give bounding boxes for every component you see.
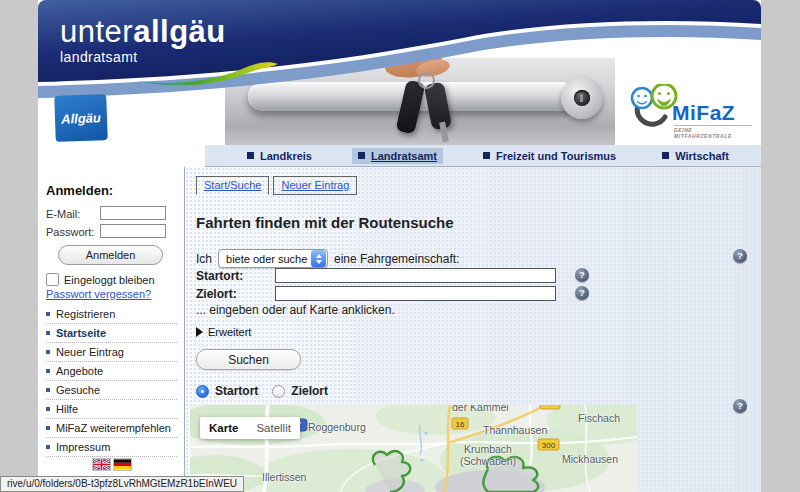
nav-bullet-icon (483, 152, 490, 159)
radio-startort[interactable] (196, 385, 209, 398)
door-lock (561, 77, 603, 119)
map-label-mickhausen: Mickhausen (562, 453, 618, 465)
map-label-thannhausen: Thannhausen (483, 424, 547, 436)
nav-item-landkreis[interactable]: Landkreis (241, 148, 318, 164)
nav-item-landratsamt[interactable]: Landratsamt (352, 148, 443, 164)
sidebar-item-hilfe[interactable]: Hilfe (46, 399, 177, 418)
help-icon-map[interactable]: ? (733, 399, 747, 413)
help-icon-search[interactable]: ? (733, 249, 747, 263)
sidebar-menu: Registrieren Startseite Neuer Eintrag An… (46, 305, 177, 457)
advanced-toggle[interactable]: Erweitert (196, 326, 251, 338)
bullet-icon (46, 426, 50, 430)
sidebar-item-angebote[interactable]: Angebote (46, 361, 177, 380)
bullet-icon (46, 350, 50, 354)
mode-row: Ich biete oder suche eine Fahrgemeinscha… (196, 249, 459, 268)
radio-zielort-label: Zielort (291, 384, 328, 398)
bullet-icon (46, 407, 50, 411)
stay-logged-in-label: Eingeloggt bleiben (64, 274, 155, 286)
expand-arrow-icon (196, 327, 203, 337)
sidebar-item-registrieren[interactable]: Registrieren (46, 305, 177, 323)
mifaz-name: MiFaZ (672, 101, 735, 125)
map-type-karte-button[interactable]: Karte (200, 417, 247, 439)
sidebar-item-startseite[interactable]: Startseite (46, 323, 177, 342)
map-label-kammel: der Kammel (452, 405, 509, 413)
select-arrows-icon (311, 250, 326, 267)
bullet-icon (46, 312, 50, 316)
svg-text:300: 300 (542, 441, 556, 450)
nav-bullet-icon (358, 152, 365, 159)
site-header: unterallgäu landratsamt Allgäu (38, 0, 761, 167)
help-icon-start[interactable]: ? (575, 268, 589, 282)
map-type-satellit-button[interactable]: Satellit (247, 417, 300, 439)
mode-select-value: biete oder suche (226, 253, 307, 265)
main-content: Start/Suche Neuer Eintrag Fahrten finden… (185, 167, 761, 492)
mifaz-tagline: DEINE MITFAHRZENTRALE (674, 125, 752, 139)
dest-label: Zielort: (196, 287, 237, 301)
login-heading: Anmelden: (46, 183, 113, 198)
dest-input[interactable] (275, 286, 556, 301)
status-tooltip: rive/u/0/folders/0B-t3pfz8LvRhMGtEMzR1bE… (0, 476, 244, 492)
sidebar: Anmelden: E-Mail: Passwort: Anmelden Ein… (38, 167, 185, 492)
svg-text:16: 16 (456, 420, 465, 429)
start-input[interactable] (275, 268, 556, 283)
content-tabs: Start/Suche Neuer Eintrag (196, 176, 357, 195)
page-title: Fahrten finden mit der Routensuche (196, 214, 454, 231)
page-background: { "brand": { "title1": "unter", "title2"… (0, 0, 800, 492)
bullet-icon (46, 331, 50, 335)
radio-zielort[interactable] (272, 385, 285, 398)
email-label: E-Mail: (46, 208, 80, 220)
map-label-krumbach: Krumbach (Schwaben) (452, 444, 524, 467)
uk-flag-icon[interactable] (93, 459, 110, 470)
bullet-icon (46, 388, 50, 392)
sidebar-item-neuer-eintrag[interactable]: Neuer Eintrag (46, 342, 177, 361)
brand-title: unterallgäu (60, 16, 226, 47)
map[interactable]: 7 16 300 der Kammel Roggenburg Thannhaus… (190, 405, 637, 492)
map-label-illertissen: Illertissen (262, 471, 306, 483)
main-nav: Landkreis Landratsamt Freizeit und Touri… (205, 145, 761, 167)
nav-item-wirtschaft[interactable]: Wirtschaft (656, 148, 735, 164)
tab-start-suche[interactable]: Start/Suche (196, 176, 269, 195)
road-badge-16: 16 (452, 418, 468, 429)
stay-logged-in-checkbox[interactable] (46, 273, 59, 286)
brand-swoosh-icon (134, 58, 284, 86)
allgau-badge: Allgäu (54, 94, 108, 142)
site-page: unterallgäu landratsamt Allgäu (38, 0, 761, 492)
hint-text: ... eingeben oder auf Karte anklicken. (196, 303, 395, 317)
nav-bullet-icon (247, 152, 254, 159)
map-label-roggenburg: Roggenburg (308, 421, 366, 433)
mode-suffix: eine Fahrgemeinschaft: (334, 252, 459, 266)
login-button[interactable]: Anmelden (58, 245, 163, 265)
map-label-fischach: Fischach (578, 412, 620, 424)
bullet-icon (46, 369, 50, 373)
start-label: Startort: (196, 269, 243, 283)
sidebar-item-impressum[interactable]: Impressum (46, 437, 177, 457)
map-type-control: Karte Satellit (200, 417, 300, 439)
map-mode-radios: Startort Zielort (196, 384, 328, 398)
search-button[interactable]: Suchen (196, 349, 301, 370)
help-icon-dest[interactable]: ? (575, 286, 589, 300)
password-input[interactable] (100, 224, 166, 238)
forgot-password-link[interactable]: Passwort vergessen? (46, 288, 151, 300)
mifaz-logo: MiFaZ DEINE MITFAHRZENTRALE (628, 84, 752, 142)
bullet-icon (46, 445, 50, 449)
sidebar-item-gesuche[interactable]: Gesuche (46, 380, 177, 399)
sidebar-item-mifaz-weiterempfehlen[interactable]: MiFaZ weiterempfehlen (46, 418, 177, 437)
mode-select[interactable]: biete oder suche (218, 249, 328, 268)
mode-prefix: Ich (196, 252, 212, 266)
road-badge-300: 300 (538, 439, 559, 450)
tab-neuer-eintrag[interactable]: Neuer Eintrag (273, 176, 357, 195)
radio-startort-label: Startort (215, 384, 258, 398)
nav-bullet-icon (662, 152, 669, 159)
email-input[interactable] (100, 206, 166, 220)
password-label: Passwort: (46, 226, 94, 238)
keyring-icon (418, 72, 435, 89)
german-flag-icon[interactable] (114, 459, 131, 470)
nav-item-freizeit-tourismus[interactable]: Freizeit und Tourismus (477, 148, 622, 164)
